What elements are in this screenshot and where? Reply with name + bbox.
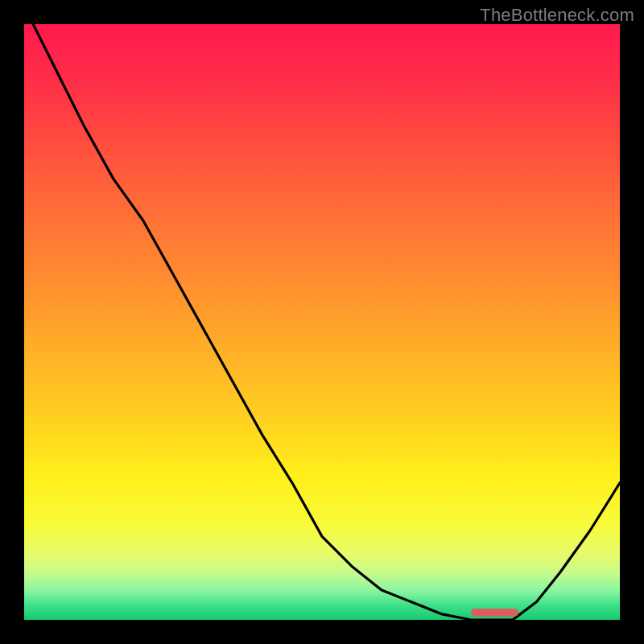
optimum-marker	[471, 609, 518, 617]
curve-path	[24, 6, 620, 620]
plot-area	[24, 24, 620, 620]
watermark-label: TheBottleneck.com	[480, 5, 634, 26]
bottleneck-curve	[24, 24, 620, 620]
chart-container: TheBottleneck.com	[0, 0, 644, 644]
